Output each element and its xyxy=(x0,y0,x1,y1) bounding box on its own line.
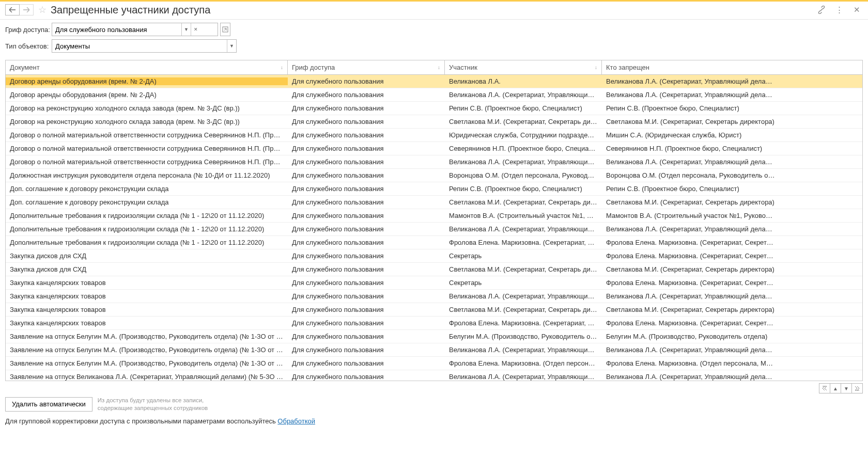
table-row[interactable]: Закупка канцелярских товаровДля служебно… xyxy=(6,303,862,317)
grif-clear-icon[interactable]: ✕ xyxy=(191,23,200,36)
table-row[interactable]: Закупка дисков для СХДДля служебного пол… xyxy=(6,263,862,276)
cell-kto: Мишин С.А. (Юридическая служба, Юрист) xyxy=(602,131,862,139)
table-row[interactable]: Закупка канцелярских товаровДля служебно… xyxy=(6,317,862,330)
cell-uch: Великанова Л.А. (Секретариат, Управляющи… xyxy=(445,292,602,300)
table-row[interactable]: Договор аренды оборудования (врем. № 2-Д… xyxy=(6,88,862,102)
cell-grif: Для служебного пользования xyxy=(288,359,445,367)
type-dropdown-icon[interactable]: ▼ xyxy=(227,40,236,52)
table-row[interactable]: Доп. соглашение к договору реконструкции… xyxy=(6,196,862,209)
processing-link[interactable]: Обработкой xyxy=(277,417,315,425)
table-row[interactable]: Доп. соглашение к договору реконструкции… xyxy=(6,182,862,196)
grif-dropdown-icon[interactable]: ▼ xyxy=(181,23,191,36)
cell-kto: Фролова Елена. Маркизовна. (Секретариат,… xyxy=(602,279,862,287)
cell-uch: Юридическая служба, Сотрудники подраздел… xyxy=(445,131,602,139)
back-button[interactable] xyxy=(5,4,20,15)
cell-doc: Дополнительные требования к гидроизоляци… xyxy=(6,212,288,219)
cell-doc: Договор на реконструкцию холодного склад… xyxy=(6,104,288,112)
cell-uch: Великанова Л.А. (Секретариат, Управляющи… xyxy=(445,373,602,381)
nav-up-button[interactable]: ▲ xyxy=(830,383,841,393)
table-row[interactable]: Дополнительные требования к гидроизоляци… xyxy=(6,209,862,223)
cell-grif: Для служебного пользования xyxy=(288,212,445,219)
cell-uch: Репин С.В. (Проектное бюро, Специалист) xyxy=(445,185,602,193)
type-combo[interactable]: ▼ xyxy=(52,39,237,53)
cell-uch: Фролова Елена. Маркизовна. (Отдел персон… xyxy=(445,359,602,367)
table-row[interactable]: Договор о полной материальной ответствен… xyxy=(6,129,862,142)
table-row[interactable]: Дополнительные требования к гидроизоляци… xyxy=(6,223,862,236)
cell-kto: Белугин М.А. (Производство, Руководитель… xyxy=(602,333,862,340)
table-row[interactable]: Должностная инструкция руководителя отде… xyxy=(6,169,862,182)
cell-uch: Светлакова М.И. (Секретариат, Секретарь … xyxy=(445,198,602,206)
table-row[interactable]: Заявление на отпуск Белугин М.А. (Произв… xyxy=(6,330,862,343)
cell-kto: Светлакова М.И. (Секретариат, Секретарь … xyxy=(602,118,862,125)
forward-button[interactable] xyxy=(19,4,34,15)
sort-icon: ↓ xyxy=(438,65,440,70)
cell-doc: Доп. соглашение к договору реконструкции… xyxy=(6,185,288,193)
cell-doc: Закупка канцелярских товаров xyxy=(6,306,288,313)
cell-grif: Для служебного пользования xyxy=(288,104,445,112)
cell-kto: Фролова Елена. Маркизовна. (Секретариат,… xyxy=(602,252,862,260)
cell-uch: Великанова Л.А. xyxy=(445,77,602,85)
type-input[interactable] xyxy=(52,40,227,52)
nav-last-button[interactable] xyxy=(851,383,863,393)
col-header-grif[interactable]: Гриф доступа↓ xyxy=(288,60,445,74)
cell-uch: Великанова Л.А. (Секретариат, Управляющи… xyxy=(445,158,602,166)
grif-input[interactable] xyxy=(52,23,181,36)
cell-doc: Договор аренды оборудования (врем. № 2-Д… xyxy=(6,77,288,85)
cell-grif: Для служебного пользования xyxy=(288,239,445,246)
page-title: Запрещенные участники доступа xyxy=(51,4,210,16)
table-row[interactable]: Дополнительные требования к гидроизоляци… xyxy=(6,236,862,249)
col-header-document[interactable]: Документ↓ xyxy=(6,60,288,74)
cell-doc: Закупка дисков для СХД xyxy=(6,252,288,260)
cell-uch: Великанова Л.А. (Секретариат, Управляющи… xyxy=(445,346,602,354)
cell-uch: Фролова Елена. Маркизовна. (Секретариат,… xyxy=(445,239,602,246)
table-row[interactable]: Закупка канцелярских товаровДля служебно… xyxy=(6,290,862,303)
cell-grif: Для служебного пользования xyxy=(288,131,445,139)
sort-icon: ↓ xyxy=(281,65,283,70)
cell-uch: Великанова Л.А. (Секретариат, Управляющи… xyxy=(445,225,602,233)
cell-uch: Светлакова М.И. (Секретариат, Секретарь … xyxy=(445,265,602,273)
delete-auto-button[interactable]: Удалить автоматически xyxy=(5,397,92,412)
table-row[interactable]: Договор о полной материальной ответствен… xyxy=(6,142,862,155)
more-menu-icon[interactable]: ⋮ xyxy=(833,4,845,16)
table-header: Документ↓ Гриф доступа↓ Участник↓ Кто за… xyxy=(6,60,862,75)
nav-first-button[interactable] xyxy=(819,383,830,393)
col-header-forbidden[interactable]: Кто запрещен xyxy=(602,60,862,74)
cell-kto: Великанова Л.А. (Секретариат, Управляющи… xyxy=(602,292,862,300)
delete-hint: Из доступа будут удалены все записи, сод… xyxy=(98,397,208,412)
cell-grif: Для служебного пользования xyxy=(288,306,445,313)
favorite-star-icon[interactable]: ☆ xyxy=(38,4,47,15)
table-row[interactable]: Договор аренды оборудования (врем. № 2-Д… xyxy=(6,75,862,88)
table-row[interactable]: Заявление на отпуск Белугин М.А. (Произв… xyxy=(6,343,862,357)
cell-grif: Для служебного пользования xyxy=(288,252,445,260)
grif-open-button[interactable] xyxy=(220,23,230,36)
bottom-panel: Удалить автоматически Из доступа будут у… xyxy=(0,393,868,425)
footer-note: Для групповой корректировки доступа с пр… xyxy=(5,417,863,425)
link-icon[interactable] xyxy=(815,4,828,16)
cell-doc: Дополнительные требования к гидроизоляци… xyxy=(6,225,288,233)
table-row[interactable]: Заявление на отпуск Белугин М.А. (Произв… xyxy=(6,357,862,370)
table-row[interactable]: Закупка канцелярских товаровДля служебно… xyxy=(6,276,862,290)
table-row[interactable]: Договор на реконструкцию холодного склад… xyxy=(6,115,862,129)
nav-down-button[interactable]: ▼ xyxy=(841,383,852,393)
col-header-participant[interactable]: Участник↓ xyxy=(445,60,602,74)
cell-kto: Великанова Л.А. (Секретариат, Управляющи… xyxy=(602,225,862,233)
cell-kto: Светлакова М.И. (Секретариат, Секретарь … xyxy=(602,265,862,273)
close-icon[interactable]: ✕ xyxy=(850,4,863,16)
cell-uch: Фролова Елена. Маркизовна. (Секретариат,… xyxy=(445,319,602,327)
cell-kto: Фролова Елена. Маркизовна. (Секретариат,… xyxy=(602,319,862,327)
grif-combo[interactable]: ▼ ✕ xyxy=(52,23,218,36)
table-row[interactable]: Договор на реконструкцию холодного склад… xyxy=(6,102,862,115)
table-row[interactable]: Закупка дисков для СХДДля служебного пол… xyxy=(6,249,862,263)
cell-grif: Для служебного пользования xyxy=(288,91,445,99)
cell-doc: Закупка канцелярских товаров xyxy=(6,279,288,287)
table-row[interactable]: Заявление на отпуск Великанова Л.А. (Сек… xyxy=(6,370,862,381)
cell-doc: Заявление на отпуск Белугин М.А. (Произв… xyxy=(6,346,288,354)
cell-grif: Для служебного пользования xyxy=(288,171,445,179)
cell-doc: Договор аренды оборудования (врем. № 2-Д… xyxy=(6,91,288,99)
cell-doc: Договор о полной материальной ответствен… xyxy=(6,145,288,152)
cell-doc: Закупка дисков для СХД xyxy=(6,265,288,273)
titlebar: ☆ Запрещенные участники доступа ⋮ ✕ xyxy=(0,2,868,20)
cell-kto: Фролова Елена. Маркизовна. (Секретариат,… xyxy=(602,239,862,246)
cell-doc: Должностная инструкция руководителя отде… xyxy=(6,171,288,179)
table-row[interactable]: Договор о полной материальной ответствен… xyxy=(6,155,862,169)
